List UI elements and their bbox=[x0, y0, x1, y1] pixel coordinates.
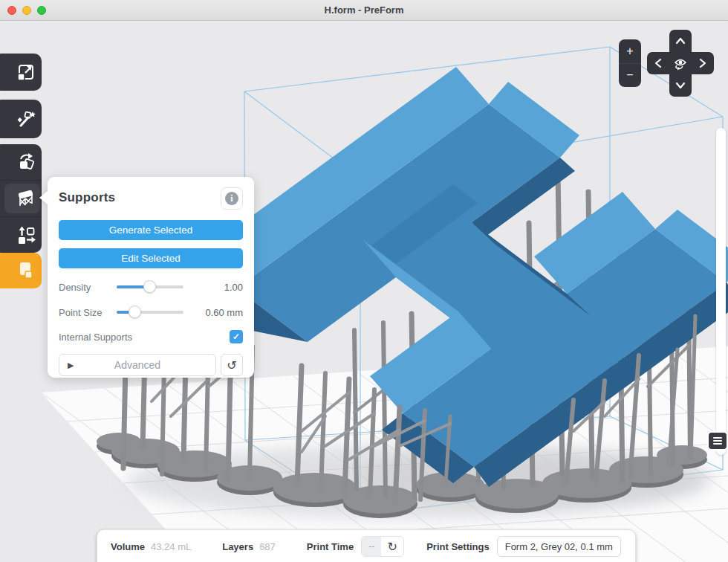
layer-slider-track[interactable] bbox=[716, 128, 726, 455]
advanced-button[interactable]: ▶ Advanced bbox=[59, 354, 216, 376]
density-row: Density 1.00 bbox=[59, 280, 243, 294]
status-bar: Volume 43.24 mL Layers 687 Print Time --… bbox=[97, 529, 636, 562]
edit-selected-button[interactable]: Edit Selected bbox=[59, 248, 243, 268]
rotate-up-button[interactable] bbox=[669, 30, 692, 52]
print-time-label: Print Time bbox=[307, 541, 354, 552]
preform-window: H.form - PreForm bbox=[0, 0, 728, 562]
chevron-right-icon bbox=[699, 58, 706, 68]
refresh-icon[interactable]: ↻ bbox=[381, 537, 403, 556]
hamburger-icon bbox=[713, 437, 722, 439]
reset-button[interactable]: ↺ bbox=[221, 354, 243, 376]
reset-view-button[interactable] bbox=[669, 52, 692, 74]
point-size-value: 0.60 mm bbox=[191, 307, 243, 318]
layers-value: 687 bbox=[259, 541, 276, 552]
sidebar-tool-layout[interactable] bbox=[0, 216, 42, 253]
internal-supports-checkbox[interactable]: ✓ bbox=[230, 330, 243, 343]
fullscreen-button[interactable] bbox=[37, 6, 46, 15]
panel-notch bbox=[39, 191, 48, 204]
zoom-out-button[interactable]: − bbox=[619, 64, 641, 88]
eye-orbit-icon bbox=[672, 54, 689, 72]
sidebar-tool-supports[interactable] bbox=[0, 180, 42, 216]
internal-supports-label: Internal Supports bbox=[59, 332, 132, 343]
scale-icon bbox=[10, 62, 42, 83]
point-size-slider-thumb[interactable] bbox=[129, 306, 141, 318]
print-settings-selector[interactable]: Form 2, Grey 02, 0.1 mm bbox=[497, 536, 621, 557]
supports-icon bbox=[10, 188, 42, 209]
volume-value: 43.24 mL bbox=[151, 541, 191, 552]
info-icon: i bbox=[225, 192, 238, 205]
print-time-value: -- bbox=[362, 537, 381, 556]
reset-icon: ↺ bbox=[227, 358, 236, 372]
volume-label: Volume bbox=[111, 541, 145, 552]
density-slider-thumb[interactable] bbox=[143, 280, 156, 293]
chevron-down-icon bbox=[675, 82, 686, 89]
rotate-left-button[interactable] bbox=[647, 52, 669, 74]
minimize-button[interactable] bbox=[22, 6, 31, 15]
chevron-left-icon bbox=[654, 58, 662, 68]
view-dpad bbox=[647, 30, 714, 97]
titlebar[interactable]: H.form - PreForm bbox=[0, 0, 728, 21]
magic-wand-icon bbox=[10, 109, 42, 129]
sidebar-tool-one-click-print[interactable] bbox=[0, 100, 42, 138]
rotate-icon bbox=[10, 152, 42, 172]
point-size-label: Point Size bbox=[59, 307, 117, 318]
sidebar-tool-scale[interactable] bbox=[0, 54, 42, 91]
rotate-right-button[interactable] bbox=[692, 52, 714, 74]
supports-panel: Supports i Generate Selected Edit Select… bbox=[48, 177, 254, 378]
zoom-controls: + − bbox=[619, 39, 641, 87]
info-button[interactable]: i bbox=[221, 187, 243, 210]
chevron-up-icon bbox=[675, 37, 686, 45]
sidebar-tool-group bbox=[0, 144, 42, 253]
layout-icon bbox=[10, 225, 42, 245]
sidebar-printer-button[interactable] bbox=[0, 253, 42, 288]
layer-slider-handle[interactable] bbox=[707, 431, 728, 450]
close-button[interactable] bbox=[7, 6, 16, 15]
zoom-in-button[interactable]: + bbox=[619, 39, 641, 64]
print-time-control[interactable]: -- ↻ bbox=[361, 536, 404, 557]
density-label: Density bbox=[59, 282, 117, 293]
density-slider[interactable] bbox=[117, 285, 183, 288]
print-settings-label: Print Settings bbox=[426, 541, 490, 552]
rotate-down-button[interactable] bbox=[669, 74, 692, 97]
generate-selected-button[interactable]: Generate Selected bbox=[59, 220, 243, 240]
window-title: H.form - PreForm bbox=[325, 4, 404, 16]
sidebar-tool-orient[interactable] bbox=[0, 144, 42, 180]
point-size-row: Point Size 0.60 mm bbox=[59, 306, 243, 319]
panel-title: Supports bbox=[59, 190, 115, 205]
traffic-lights bbox=[0, 0, 46, 21]
point-size-slider[interactable] bbox=[117, 311, 183, 314]
disclosure-triangle-icon: ▶ bbox=[68, 361, 74, 370]
cartridge-icon bbox=[10, 260, 42, 281]
check-icon: ✓ bbox=[233, 332, 240, 342]
density-value: 1.00 bbox=[191, 282, 243, 293]
advanced-label: Advanced bbox=[114, 359, 160, 371]
layers-label: Layers bbox=[222, 541, 253, 552]
internal-supports-row: Internal Supports ✓ bbox=[59, 330, 243, 343]
